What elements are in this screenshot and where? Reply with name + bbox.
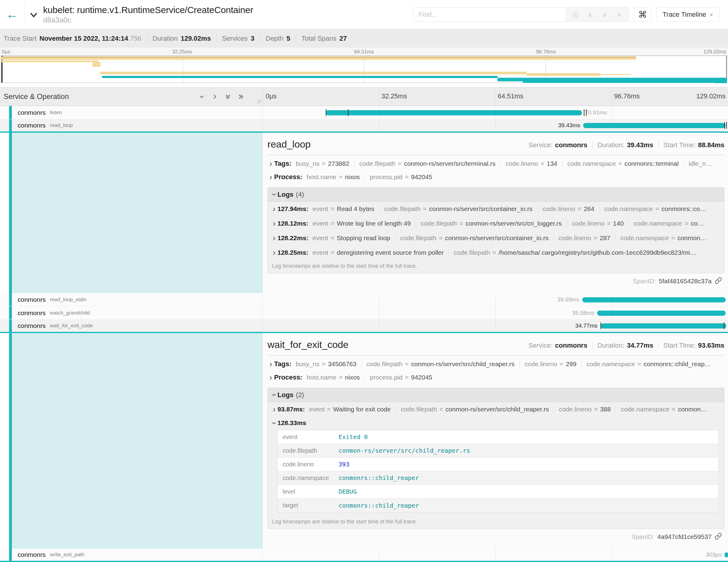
log-marker (726, 122, 727, 129)
span-bar[interactable] (597, 311, 726, 316)
field-key: code.filepath (384, 205, 420, 213)
minimap-left-handle[interactable] (1, 56, 3, 83)
logs-header[interactable]: › Logs(4) (268, 188, 724, 202)
log-field-value: conmonrs::child_reaper (338, 474, 419, 482)
span-bar[interactable] (725, 552, 728, 557)
collapse-trace-header-icon[interactable] (29, 10, 39, 21)
chevron-down-icon: ∨ (710, 12, 713, 17)
span-name-cell[interactable]: conmonrs read_loop (0, 119, 263, 131)
match-case-icon[interactable] (569, 10, 582, 19)
timeline-axis: 0μs32.25ms64.51ms96.76ms129.02ms (263, 87, 728, 106)
field-equals: = (638, 360, 641, 368)
tags-row[interactable]: › Tags: busy_ns = 34506763 code.filepath… (267, 357, 724, 371)
field-value: 273882 (328, 160, 349, 167)
tags-row[interactable]: › Tags: busy_ns = 273882 code.filepath =… (267, 157, 724, 170)
log-entry[interactable]: › 93.87ms: event = Waiting for exit code… (268, 402, 724, 417)
kv-field: process.pid = 942045 (360, 173, 432, 181)
field-value: conmon… (678, 234, 707, 242)
log-entry[interactable]: › 128.25ms: event = deregistering event … (268, 245, 724, 260)
process-row[interactable]: › Process: host.name = nixos process.pid… (267, 371, 724, 384)
log-entry[interactable]: › 128.22ms: event = Stopping read loop c… (268, 231, 724, 245)
trace-view-selector[interactable]: Trace Timeline ∨ (656, 7, 719, 22)
field-value: Wrote log line of length 49 (337, 220, 411, 227)
kv-field: event = Read 4 bytes (313, 205, 374, 213)
field-value: deregistering event source from poller (337, 249, 444, 256)
kv-field: code.filepath = conmon-rs/server/src/chi… (356, 360, 515, 368)
back-button[interactable]: ← (0, 0, 24, 29)
span-row[interactable]: conmonrs read_loop_stdin 39.69ms (0, 293, 728, 306)
kv-field: host.name = nixos (307, 173, 360, 181)
minimap-tick-label: 64.51ms (354, 49, 374, 55)
span-name-cell[interactable]: conmonrs wait_for_exit_code (0, 320, 263, 332)
process-row[interactable]: › Process: host.name = nixos process.pid… (267, 170, 724, 184)
span-detail-row: wait_for_exit_code Service:conmonrs Dura… (0, 333, 728, 549)
span-bar[interactable] (600, 323, 726, 329)
collapse-all-icon[interactable] (224, 93, 232, 100)
span-row[interactable]: conmonrs watch_grandchild 35.58ms (0, 306, 728, 320)
deep-link-icon[interactable] (715, 533, 722, 541)
field-equals: = (339, 374, 342, 381)
kv-field: code.lineno = 388 (549, 405, 611, 413)
log-entry-expanded[interactable]: › 128.33ms (268, 417, 724, 429)
span-timeline-cell[interactable]: 70.91ms (263, 106, 728, 119)
span-timeline-cell[interactable]: 34.77ms (263, 320, 728, 332)
kv-field: code.filepath = /home/sascha/.cargo/regi… (444, 249, 696, 257)
service-color-bar (9, 306, 12, 319)
span-name-cell[interactable]: conmonrs watch_grandchild (0, 306, 263, 319)
kv-field: code.namespace = conmon… (610, 234, 706, 242)
find-clear-icon[interactable]: × (613, 10, 626, 19)
minimap-canvas[interactable] (1, 56, 727, 83)
span-detail-card: read_loop Service:conmonrs Duration:39.4… (263, 133, 728, 293)
span-bar[interactable] (326, 110, 582, 115)
log-fields: event = Waiting for exit code code.filep… (309, 405, 707, 413)
span-name-cell[interactable]: conmonrs read_loop_stdin (0, 293, 263, 306)
span-detail-title: wait_for_exit_code (267, 339, 349, 350)
operation-name: watch_grandchild (50, 310, 90, 316)
log-marker (600, 322, 601, 329)
span-detail-meta: Service:conmonrs Duration:39.43ms Start … (529, 141, 724, 149)
log-entry[interactable]: › 127.94ms: event = Read 4 bytes code.fi… (268, 202, 724, 216)
span-row[interactable]: conmonrs write_exit_path 303μs (0, 549, 728, 562)
find-next-icon[interactable]: ∨ (598, 10, 611, 19)
expand-all-icon[interactable] (237, 93, 245, 100)
expand-one-icon[interactable] (211, 93, 219, 100)
axis-tick-label: 0μs (266, 92, 277, 100)
field-equals: = (439, 406, 443, 413)
span-id-value: 4a947cfd1ce59537 (657, 533, 712, 540)
span-name-cell[interactable]: conmonrs write_exit_path (0, 549, 263, 561)
field-key: code.namespace (587, 360, 635, 368)
minimap-span-bar (102, 76, 498, 78)
span-bar[interactable] (583, 123, 726, 128)
span-timeline-cell[interactable]: 39.69ms (263, 293, 728, 306)
kv-field: event = Wrote log line of length 49 (313, 220, 411, 227)
find-prev-icon[interactable]: ∧ (584, 10, 597, 19)
summary-item: Depth 5 (266, 35, 290, 43)
span-row[interactable]: conmonrs read_loop 39.43ms (0, 119, 728, 133)
service-color-bar (9, 106, 12, 119)
field-key: code.filepath (421, 220, 457, 227)
log-entry[interactable]: › 128.12ms: event = Wrote log line of le… (268, 216, 724, 231)
span-bar[interactable] (582, 297, 726, 302)
log-fields-table: event Exited 0 code.filepath conmon-rs/s… (277, 430, 719, 513)
span-timeline-cell[interactable]: 35.58ms (263, 306, 728, 319)
logs-section: › Logs(2) › 93.87ms: event = Waiting for… (267, 388, 724, 529)
collapse-one-icon[interactable] (198, 93, 206, 100)
span-timeline-cell[interactable]: 39.43ms (263, 119, 728, 131)
minimap-tick-label: 96.76ms (536, 49, 556, 55)
log-field-key: code.filepath (278, 447, 338, 454)
chevron-right-icon: › (267, 160, 274, 168)
deep-link-icon[interactable] (715, 277, 722, 286)
span-row[interactable]: conmonrs wait_for_exit_code 34.77ms (0, 320, 728, 333)
span-row[interactable]: conmonrs listen 70.91ms (0, 106, 728, 119)
column-resizer[interactable] (258, 100, 260, 103)
find-input[interactable] (413, 7, 566, 22)
field-key: code.filepath (366, 360, 403, 368)
timeline-column-header: Service & Operation 0μs32.25ms64.51ms96.… (0, 87, 728, 106)
span-name-cell[interactable]: conmonrs listen (0, 106, 263, 119)
app-header: ← kubelet: runtime.v1.RuntimeService/Cre… (0, 0, 728, 29)
span-timeline-cell[interactable]: 303μs (263, 549, 728, 561)
keyboard-shortcuts-button[interactable]: ⌘ (634, 7, 651, 22)
logs-header[interactable]: › Logs(2) (268, 388, 724, 402)
field-value: 942045 (411, 374, 432, 381)
summary-value: November 15 2022, 11:24:14 (39, 35, 128, 43)
